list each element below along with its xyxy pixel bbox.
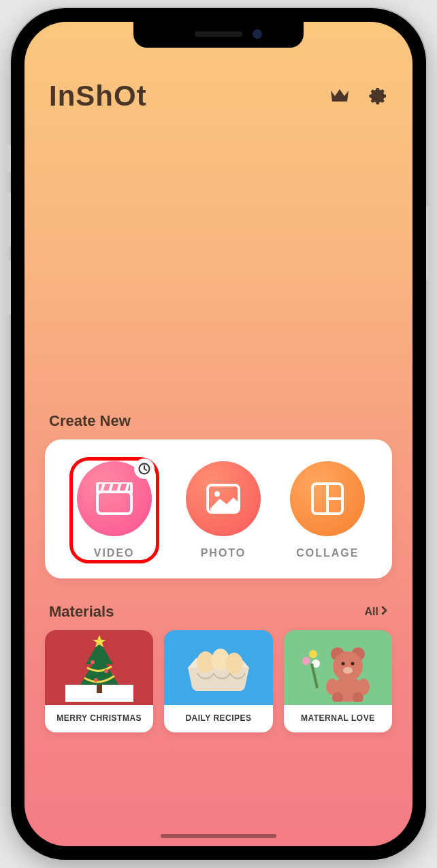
- material-label: MERRY CHRISTMAS: [45, 705, 153, 732]
- materials-section: Materials All: [25, 603, 412, 732]
- create-new-section: Create New: [25, 412, 412, 578]
- crown-icon[interactable]: [329, 88, 350, 104]
- clapperboard-icon: [77, 461, 152, 536]
- eggs-carton-art: [164, 630, 272, 705]
- materials-heading: Materials: [49, 603, 114, 621]
- svg-point-15: [91, 660, 95, 664]
- svg-line-1: [101, 482, 104, 492]
- material-card-recipes[interactable]: DAILY RECIPES: [164, 630, 272, 732]
- image-icon: [186, 461, 261, 536]
- materials-all-button[interactable]: All: [365, 606, 388, 618]
- material-card-maternal[interactable]: MATERNAL LOVE: [284, 630, 392, 732]
- clock-icon: [134, 459, 155, 479]
- create-photo-label: PHOTO: [201, 547, 246, 559]
- svg-line-2: [110, 482, 112, 492]
- svg-rect-13: [97, 685, 102, 693]
- svg-point-20: [225, 653, 243, 675]
- christmas-tree-art: [45, 630, 153, 705]
- gear-icon[interactable]: [369, 87, 388, 106]
- app-title: InShOt: [49, 80, 147, 112]
- chevron-right-icon: [381, 606, 388, 618]
- svg-rect-0: [97, 492, 131, 514]
- svg-line-3: [118, 482, 120, 492]
- create-new-card: VIDEO PHOTO: [45, 439, 392, 578]
- create-photo-button[interactable]: PHOTO: [183, 457, 263, 563]
- screen: InShOt Create New: [25, 22, 412, 846]
- materials-all-label: All: [365, 606, 378, 618]
- create-collage-button[interactable]: COLLAGE: [287, 457, 368, 563]
- material-card-christmas[interactable]: MERRY CHRISTMAS: [45, 630, 153, 732]
- svg-point-18: [197, 651, 214, 673]
- svg-point-7: [214, 491, 220, 497]
- svg-point-17: [94, 678, 98, 682]
- collage-icon: [290, 461, 365, 536]
- create-collage-label: COLLAGE: [296, 547, 359, 559]
- notch: [133, 22, 304, 48]
- svg-line-4: [126, 482, 129, 492]
- svg-point-27: [342, 662, 345, 666]
- svg-point-28: [351, 662, 355, 666]
- create-video-label: VIDEO: [94, 547, 135, 559]
- svg-point-22: [302, 657, 310, 665]
- svg-point-16: [104, 669, 108, 673]
- material-label: DAILY RECIPES: [164, 705, 272, 732]
- create-video-button[interactable]: VIDEO: [69, 457, 159, 563]
- svg-point-26: [333, 651, 363, 681]
- home-indicator[interactable]: [161, 834, 276, 838]
- teddy-bear-art: [284, 630, 392, 705]
- create-new-heading: Create New: [25, 412, 412, 439]
- material-label: MATERNAL LOVE: [284, 705, 392, 732]
- svg-point-29: [343, 667, 353, 674]
- svg-point-21: [309, 650, 317, 658]
- device-frame: InShOt Create New: [11, 8, 426, 860]
